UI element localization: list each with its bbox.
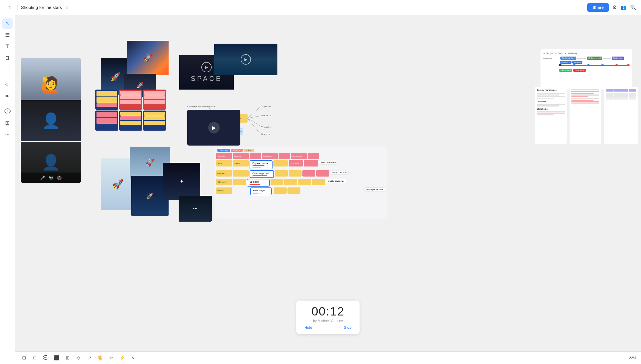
header-separator xyxy=(17,5,18,10)
grid-tool[interactable]: ⊞ xyxy=(20,354,28,362)
timer-display: 00:12 xyxy=(304,305,352,318)
shape-tool[interactable]: □ xyxy=(2,64,13,75)
toolbar-separator-2 xyxy=(3,104,12,104)
svg-text:Types of...: Types of... xyxy=(261,126,271,128)
interim-cryogenic-card: Interim cryogenic xyxy=(326,179,346,183)
diamond-tool[interactable]: ◇ xyxy=(74,354,83,362)
frame-tool-bottom[interactable]: ⬛ xyxy=(52,354,61,362)
header-right: Share ⚙ 👥 🔍 xyxy=(587,3,636,12)
video-call-panel: 👤 🙋 👤 👤 🎤 📷 📵 xyxy=(21,58,81,183)
microgravity-time-card: Microgravity time xyxy=(364,187,385,192)
payload-mass-card: Payload mass xyxy=(250,160,273,169)
timer-by: by Michael Yarusov xyxy=(304,319,352,323)
chat-tool[interactable]: 💬 xyxy=(41,354,50,362)
arrow-tool[interactable]: ↗ xyxy=(85,354,94,362)
more-tool[interactable]: ··· xyxy=(2,129,13,140)
document-2 xyxy=(569,87,601,144)
document-1: Content marketplace Overview Stakeholder xyxy=(535,87,567,144)
video-cell-1: 👤 🙋 xyxy=(21,58,81,100)
svg-text:Next step...: Next step... xyxy=(261,133,271,135)
header: ⌂ Shooting for the stars ☆ ↑ Share ⚙ 👥 🔍 xyxy=(0,0,641,15)
rocket-img-5: 〜 xyxy=(179,196,212,222)
play-button[interactable]: ▶ xyxy=(208,122,220,133)
hide-button[interactable]: Hide xyxy=(304,325,312,330)
rocket-img-4: ✦ xyxy=(163,163,200,200)
pen-tool[interactable]: ✏ xyxy=(2,80,13,90)
rocket-img-1: 🚀 xyxy=(101,158,134,210)
core-stage-card: Core stage and xyxy=(250,170,274,178)
video-cell-3: 👤 🎤 📷 📵 xyxy=(21,141,81,183)
canvas[interactable]: 👤 🙋 👤 👤 🎤 📷 📵 xyxy=(15,15,641,351)
settings-icon[interactable]: ⚙ xyxy=(612,4,617,11)
left-toolbar: ↖ ☰ T 🗒 □ ✏ ✒ 💬 ⊞ ··· xyxy=(0,15,15,364)
hand-tool[interactable]: ☰ xyxy=(2,30,13,40)
rocket-images-bottom: 🚀 🚀 🚀 ✦ 〜 xyxy=(101,147,210,222)
toolbar-separator xyxy=(3,77,12,77)
center-video[interactable]: ▶ xyxy=(187,110,240,146)
timer-underline xyxy=(304,331,352,331)
frame-tool[interactable]: ⊞ xyxy=(2,118,13,128)
pencil-tool[interactable]: ✒ xyxy=(2,91,13,101)
documents-area: Content marketplace Overview Stakeholder xyxy=(535,87,638,144)
timer-actions: Hide Stop xyxy=(304,325,352,330)
search-icon[interactable]: 🔍 xyxy=(630,4,636,11)
note-tool[interactable]: 🗒 xyxy=(2,53,13,63)
chevron-tool[interactable]: ‹‹ xyxy=(129,354,137,362)
svg-line-8 xyxy=(248,118,262,127)
hand-tool-bottom[interactable]: 🖐 xyxy=(96,354,105,362)
rocket-image-2: 🚀 xyxy=(127,41,169,75)
doc-1-title: Content marketplace xyxy=(537,89,565,92)
comment-tool[interactable]: 💬 xyxy=(2,106,13,117)
camera-icon[interactable]: 📷 xyxy=(49,175,53,180)
stop-button[interactable]: Stop xyxy=(344,325,352,330)
svg-line-7 xyxy=(248,115,263,118)
timer-widget: 00:12 by Michael Yarusov Hide Stop xyxy=(296,301,360,334)
cursor-tool[interactable]: ↖ xyxy=(2,18,13,29)
share-button[interactable]: Share xyxy=(587,3,609,12)
bottom-toolbar: ⊞ □ 💬 ⬛ ⊞ ◇ ↗ 🖐 ☆ ⚡ ‹‹ 22% xyxy=(15,351,641,364)
video-controls: 🎤 📷 📵 xyxy=(21,173,81,183)
svg-text:Specific of...: Specific of... xyxy=(261,115,272,117)
first-stage-card: First stage xyxy=(250,187,272,195)
users-icon[interactable]: 👥 xyxy=(620,4,627,11)
launch-vehicle-card: Launch vehicle xyxy=(330,170,349,175)
star-tool[interactable]: ☆ xyxy=(107,354,115,362)
spin-rate-card: Spin rate xyxy=(247,179,270,187)
export-button[interactable]: ↑ xyxy=(74,5,76,10)
header-left: ⌂ Shooting for the stars ☆ ↑ xyxy=(5,3,76,12)
mic-icon[interactable]: 🎤 xyxy=(40,175,45,180)
lightning-tool[interactable]: ⚡ xyxy=(118,354,126,362)
end-call-icon[interactable]: 📵 xyxy=(57,175,62,180)
document-3 xyxy=(604,87,638,144)
journey-map: ●Support ●Sales ●Marketing Awareness Pro… xyxy=(540,49,632,90)
svg-text:Core stage and vehicle chassis: Core stage and vehicle chassis xyxy=(187,106,215,108)
home-button[interactable]: ⌂ xyxy=(5,3,14,12)
video-cell-2: 👤 xyxy=(21,100,81,141)
text-tool[interactable]: T xyxy=(2,41,13,52)
kanban-board: Blue tag Pink cat Yellow Test alpha Beta… xyxy=(215,147,387,219)
sticky-notes-board xyxy=(95,90,167,135)
document-title: Shooting for the stars xyxy=(21,5,62,10)
zoom-level: 22% xyxy=(629,356,636,360)
svg-line-6 xyxy=(248,107,260,118)
favorite-icon[interactable]: ☆ xyxy=(65,5,69,10)
svg-text:Target fuel: Target fuel xyxy=(261,106,271,108)
square-tool[interactable]: □ xyxy=(30,354,39,362)
space-video-2[interactable]: ▶ xyxy=(214,44,277,75)
table-tool[interactable]: ⊞ xyxy=(63,354,72,362)
svg-line-9 xyxy=(248,118,260,134)
build-new-events-card: Build new events xyxy=(319,160,339,164)
